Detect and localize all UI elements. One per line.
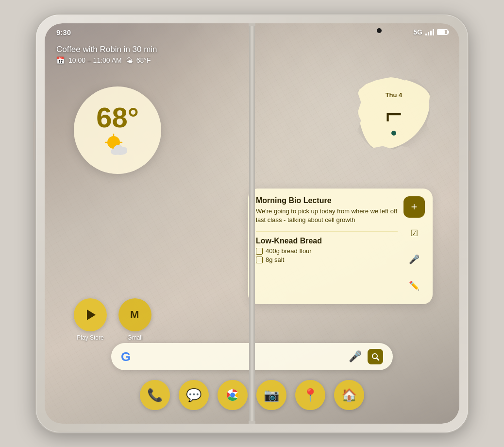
play-store-app[interactable]: Play Store (74, 298, 107, 341)
notification-area: Coffee with Robin in 30 min 📅 10:00 – 11… (56, 45, 157, 64)
weather-temperature: 68° (96, 103, 139, 132)
weather-small-icon: 🌤 (126, 56, 133, 64)
signal-bar-1 (425, 34, 427, 35)
notification-time: 10:00 – 11:00 AM (68, 56, 122, 64)
battery-level (438, 30, 445, 34)
notification-weather: 68°F (136, 56, 151, 64)
checkbox-1[interactable] (256, 248, 263, 255)
note-1-text: We're going to pick up today from where … (256, 207, 398, 224)
svg-marker-9 (87, 309, 96, 320)
mic-icon: 🎤 (409, 254, 420, 265)
status-time: 9:30 (56, 28, 71, 36)
volume-button[interactable] (469, 151, 471, 170)
svg-point-16 (231, 393, 235, 397)
mic-button[interactable]: 🎤 (403, 249, 425, 270)
clock-indicator-dot (391, 131, 396, 136)
phone-dock-icon[interactable]: 📞 (140, 380, 170, 410)
gmail-app[interactable]: M Gmail (118, 298, 151, 341)
clock-hands: ⌐ (385, 100, 402, 129)
maps-dock-icon[interactable]: 📍 (295, 380, 325, 410)
volume-button-left[interactable] (33, 121, 35, 160)
checklist-text-2: 8g salt (266, 256, 284, 263)
checklist-item-1: 400g bread flour (256, 247, 398, 255)
files-dock-icon[interactable]: 🏠 (334, 380, 364, 410)
svg-point-8 (119, 147, 127, 154)
play-store-label: Play Store (77, 334, 103, 341)
google-logo: G (121, 349, 131, 364)
check-icon: ☑ (410, 228, 418, 239)
hinge-bottom (249, 421, 255, 424)
note-1-title: Morning Bio Lecture (256, 196, 398, 205)
signal-bar-3 (430, 31, 432, 35)
checklist-item-2: 8g salt (256, 256, 398, 263)
notes-content: Morning Bio Lecture We're going to pick … (256, 196, 398, 296)
messages-dock-icon[interactable]: 💬 (179, 380, 209, 410)
calendar-icon: 📅 (56, 56, 65, 64)
signal-bar-4 (433, 29, 434, 35)
device-frame: 9:30 5G Coffee with Robin in 30 m (36, 15, 468, 432)
google-lens-button[interactable] (368, 349, 383, 364)
app-icons-row: Play Store M Gmail (74, 298, 151, 341)
edit-button[interactable]: ✏️ (403, 275, 425, 296)
edit-icon: ✏️ (409, 280, 420, 291)
checklist-text-1: 400g bread flour (266, 247, 312, 255)
signal-bar-2 (428, 32, 429, 35)
checkbox-2[interactable] (256, 257, 263, 263)
note-divider (256, 231, 398, 232)
device-hinge (249, 23, 255, 424)
network-type: 5G (413, 28, 422, 36)
svg-text:M: M (130, 309, 139, 321)
battery-indicator (437, 29, 448, 35)
note-item-2: Low-Knead Bread 400g bread flour 8g salt (256, 237, 398, 263)
notes-widget[interactable]: Morning Bio Lecture We're going to pick … (248, 189, 433, 304)
voice-search-button[interactable]: 🎤 (349, 350, 362, 363)
note-item-1: Morning Bio Lecture We're going to pick … (256, 196, 398, 224)
status-indicators: 5G (413, 28, 448, 36)
power-button[interactable] (469, 112, 471, 141)
hinge-top (249, 23, 255, 26)
weather-icon (103, 134, 132, 157)
note-2-title: Low-Knead Bread (256, 237, 398, 245)
front-camera (377, 28, 382, 33)
notification-title: Coffee with Robin in 30 min (56, 45, 157, 54)
svg-line-12 (377, 358, 379, 360)
play-store-icon-circle (74, 298, 107, 331)
device-screen: 9:30 5G Coffee with Robin in 30 m (45, 23, 459, 424)
signal-strength (425, 29, 434, 35)
gmail-label: Gmail (127, 334, 142, 341)
chrome-dock-icon[interactable] (218, 380, 248, 410)
camera-dock-icon[interactable]: 📷 (256, 380, 286, 410)
gmail-icon-circle: M (118, 298, 151, 331)
notification-detail: 📅 10:00 – 11:00 AM 🌤 68°F (56, 56, 157, 64)
check-button[interactable]: ☑ (403, 223, 425, 244)
add-note-button[interactable]: + (403, 196, 425, 218)
weather-widget[interactable]: 68° (74, 86, 161, 174)
home-screen: 9:30 5G Coffee with Robin in 30 m (45, 23, 459, 424)
notes-actions: + ☑ 🎤 ✏️ (403, 196, 425, 296)
